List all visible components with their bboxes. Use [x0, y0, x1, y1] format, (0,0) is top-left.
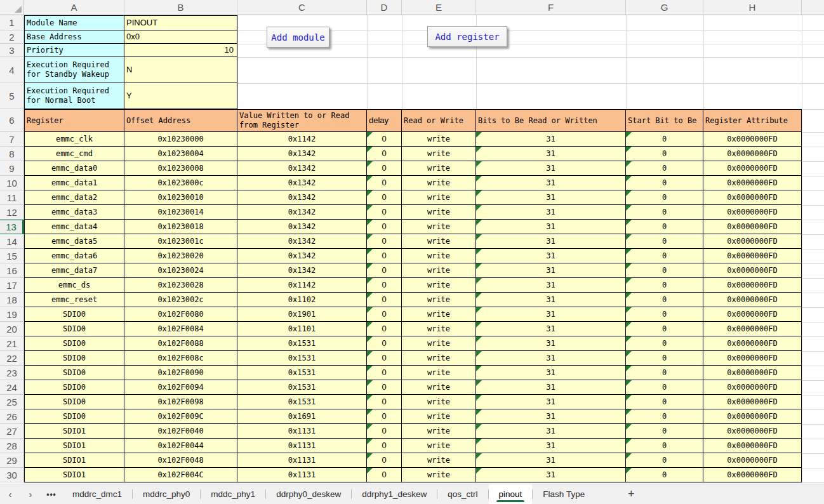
row-header-1[interactable]: 1 — [0, 15, 24, 30]
register-cell-offset[interactable]: 0x1023001c — [124, 234, 237, 249]
register-cell-rw[interactable]: write — [402, 161, 476, 176]
register-cell-start_bit[interactable]: 0 — [626, 263, 703, 278]
register-cell-start_bit[interactable]: 0 — [626, 205, 703, 220]
register-cell-rw[interactable]: write — [402, 424, 476, 439]
register-cell-start_bit[interactable]: 0 — [626, 234, 703, 249]
sheet-tab-mddrc-phy0[interactable]: mddrc_phy0 — [133, 484, 200, 504]
register-cell-value[interactable]: 0x1342 — [237, 234, 367, 249]
register-cell-register[interactable]: SDIO1 — [24, 424, 124, 439]
register-cell-offset[interactable]: 0x102F0040 — [124, 424, 237, 439]
register-cell-offset[interactable]: 0x10230020 — [124, 249, 237, 263]
column-header-F[interactable]: F — [476, 0, 626, 15]
row-header-22[interactable]: 22 — [0, 351, 24, 366]
column-header-D[interactable]: D — [367, 0, 402, 15]
register-cell-value[interactable]: 0x1531 — [237, 380, 367, 395]
register-cell-start_bit[interactable]: 0 — [626, 366, 703, 380]
register-cell-value[interactable]: 0x1131 — [237, 468, 367, 482]
register-cell-rw[interactable]: write — [402, 147, 476, 161]
module-info-label[interactable]: Base Address — [24, 30, 124, 44]
register-cell-register[interactable]: emmc_data0 — [24, 161, 124, 176]
register-cell-offset[interactable]: 0x102F008c — [124, 351, 237, 366]
row-header-27[interactable]: 27 — [0, 424, 24, 439]
register-cell-start_bit[interactable]: 0 — [626, 132, 703, 147]
module-info-label[interactable]: Module Name — [24, 15, 124, 30]
module-info-value[interactable]: PINOUT — [124, 15, 237, 30]
row-header-24[interactable]: 24 — [0, 380, 24, 395]
register-cell-start_bit[interactable]: 0 — [626, 322, 703, 336]
register-cell-register[interactable]: emmc_data1 — [24, 176, 124, 190]
row-header-10[interactable]: 10 — [0, 176, 24, 190]
register-cell-start_bit[interactable]: 0 — [626, 278, 703, 293]
register-cell-register[interactable]: emmc_data3 — [24, 205, 124, 220]
register-cell-attribute[interactable]: 0x0000000FD — [703, 453, 802, 468]
sheet-tab-pinout[interactable]: pinout — [489, 484, 533, 504]
register-cell-start_bit[interactable]: 0 — [626, 351, 703, 366]
register-cell-bits[interactable]: 31 — [476, 366, 626, 380]
register-cell-delay[interactable]: 0 — [367, 205, 402, 220]
register-cell-delay[interactable]: 0 — [367, 161, 402, 176]
sheet-tab-mddc-phy1[interactable]: mddc_phy1 — [201, 484, 265, 504]
register-cell-value[interactable]: 0x1342 — [237, 147, 367, 161]
register-cell-bits[interactable]: 31 — [476, 453, 626, 468]
module-info-value[interactable]: N — [124, 57, 237, 83]
register-cell-value[interactable]: 0x1342 — [237, 205, 367, 220]
register-cell-bits[interactable]: 31 — [476, 263, 626, 278]
register-cell-rw[interactable]: write — [402, 176, 476, 190]
register-cell-bits[interactable]: 31 — [476, 307, 626, 322]
register-cell-bits[interactable]: 31 — [476, 336, 626, 351]
register-cell-rw[interactable]: write — [402, 278, 476, 293]
column-header-C[interactable]: C — [237, 0, 367, 15]
register-cell-attribute[interactable]: 0x0000000FD — [703, 366, 802, 380]
register-cell-attribute[interactable]: 0x0000000FD — [703, 249, 802, 263]
module-info-label[interactable]: Execution Required for Normal Boot — [24, 83, 124, 109]
module-info-value[interactable]: 0x0 — [124, 30, 237, 44]
register-table-header-register[interactable]: Register — [24, 109, 124, 132]
register-cell-register[interactable]: emmc_reset — [24, 293, 124, 307]
register-cell-delay[interactable]: 0 — [367, 234, 402, 249]
register-cell-offset[interactable]: 0x102F009C — [124, 409, 237, 424]
register-cell-rw[interactable]: write — [402, 395, 476, 409]
register-cell-bits[interactable]: 31 — [476, 278, 626, 293]
register-cell-bits[interactable]: 31 — [476, 424, 626, 439]
register-cell-rw[interactable]: write — [402, 380, 476, 395]
register-cell-bits[interactable]: 31 — [476, 249, 626, 263]
register-cell-start_bit[interactable]: 0 — [626, 439, 703, 453]
row-header-6[interactable]: 6 — [0, 109, 24, 132]
register-cell-attribute[interactable]: 0x0000000FD — [703, 409, 802, 424]
row-header-13[interactable]: 13 — [0, 220, 24, 234]
register-cell-offset[interactable]: 0x102F0080 — [124, 307, 237, 322]
register-cell-register[interactable]: SDIO1 — [24, 439, 124, 453]
register-cell-value[interactable]: 0x1531 — [237, 351, 367, 366]
row-header-25[interactable]: 25 — [0, 395, 24, 409]
register-cell-value[interactable]: 0x1142 — [237, 278, 367, 293]
row-header-23[interactable]: 23 — [0, 366, 24, 380]
sheet-tab-mddrc-dmc1[interactable]: mddrc_dmc1 — [62, 484, 132, 504]
register-cell-offset[interactable]: 0x102F0094 — [124, 380, 237, 395]
register-cell-bits[interactable]: 31 — [476, 132, 626, 147]
register-cell-delay[interactable]: 0 — [367, 468, 402, 482]
register-table-header-value[interactable]: Value Written to or Read from Register — [237, 109, 367, 132]
register-cell-rw[interactable]: write — [402, 336, 476, 351]
register-cell-bits[interactable]: 31 — [476, 161, 626, 176]
register-cell-start_bit[interactable]: 0 — [626, 468, 703, 482]
register-cell-value[interactable]: 0x1101 — [237, 322, 367, 336]
register-cell-offset[interactable]: 0x10230024 — [124, 263, 237, 278]
register-cell-register[interactable]: emmc_ds — [24, 278, 124, 293]
register-cell-bits[interactable]: 31 — [476, 380, 626, 395]
row-header-4[interactable]: 4 — [0, 57, 24, 83]
register-cell-delay[interactable]: 0 — [367, 147, 402, 161]
register-cell-delay[interactable]: 0 — [367, 453, 402, 468]
register-cell-offset[interactable]: 0x10230010 — [124, 190, 237, 205]
register-cell-register[interactable]: emmc_data6 — [24, 249, 124, 263]
register-cell-attribute[interactable]: 0x0000000FD — [703, 468, 802, 482]
module-info-value[interactable]: Y — [124, 83, 237, 109]
register-cell-value[interactable]: 0x1531 — [237, 366, 367, 380]
register-cell-attribute[interactable]: 0x0000000FD — [703, 263, 802, 278]
register-cell-start_bit[interactable]: 0 — [626, 147, 703, 161]
register-cell-rw[interactable]: write — [402, 439, 476, 453]
register-cell-rw[interactable]: write — [402, 351, 476, 366]
register-cell-attribute[interactable]: 0x0000000FD — [703, 380, 802, 395]
register-cell-attribute[interactable]: 0x0000000FD — [703, 190, 802, 205]
row-header-17[interactable]: 17 — [0, 278, 24, 293]
register-cell-bits[interactable]: 31 — [476, 190, 626, 205]
